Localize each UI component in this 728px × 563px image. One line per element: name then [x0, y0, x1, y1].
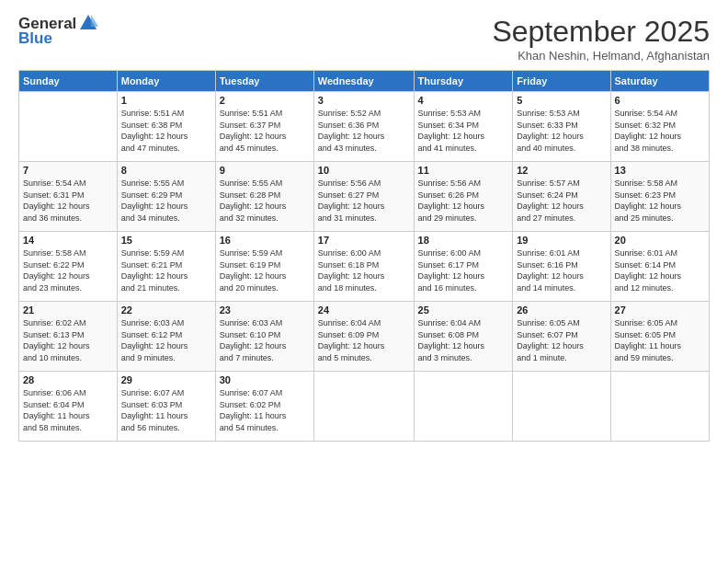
day-info: Sunrise: 5:55 AM Sunset: 6:28 PM Dayligh… [220, 178, 310, 224]
day-cell: 21Sunrise: 6:02 AM Sunset: 6:13 PM Dayli… [19, 302, 118, 372]
day-cell: 24Sunrise: 6:04 AM Sunset: 6:09 PM Dayli… [313, 302, 414, 372]
day-cell: 8Sunrise: 5:55 AM Sunset: 6:29 PM Daylig… [117, 162, 215, 232]
day-number: 21 [23, 304, 113, 316]
day-info: Sunrise: 5:58 AM Sunset: 6:22 PM Dayligh… [23, 247, 113, 293]
day-cell: 10Sunrise: 5:56 AM Sunset: 6:27 PM Dayli… [313, 162, 414, 232]
day-cell: 6Sunrise: 5:54 AM Sunset: 6:32 PM Daylig… [610, 92, 709, 162]
day-number: 24 [318, 304, 410, 316]
day-cell: 23Sunrise: 6:03 AM Sunset: 6:10 PM Dayli… [215, 302, 313, 372]
day-cell: 12Sunrise: 5:57 AM Sunset: 6:24 PM Dayli… [513, 162, 610, 232]
day-cell: 4Sunrise: 5:53 AM Sunset: 6:34 PM Daylig… [414, 92, 513, 162]
day-info: Sunrise: 6:05 AM Sunset: 6:07 PM Dayligh… [517, 317, 606, 363]
day-info: Sunrise: 5:51 AM Sunset: 6:37 PM Dayligh… [220, 108, 310, 154]
title-block: September 2025 Khan Neshin, Helmand, Afg… [492, 15, 710, 63]
day-info: Sunrise: 6:04 AM Sunset: 6:08 PM Dayligh… [418, 317, 509, 363]
day-number: 4 [418, 95, 509, 106]
location: Khan Neshin, Helmand, Afghanistan [492, 49, 710, 63]
weekday-monday: Monday [117, 71, 215, 92]
day-cell: 22Sunrise: 6:03 AM Sunset: 6:12 PM Dayli… [117, 302, 215, 372]
day-info: Sunrise: 5:53 AM Sunset: 6:34 PM Dayligh… [418, 108, 509, 154]
day-number: 28 [23, 374, 113, 385]
day-number: 23 [220, 304, 310, 316]
week-row-1: 1Sunrise: 5:51 AM Sunset: 6:38 PM Daylig… [19, 92, 710, 162]
day-number: 20 [615, 235, 705, 246]
day-info: Sunrise: 6:03 AM Sunset: 6:10 PM Dayligh… [220, 317, 310, 363]
day-cell: 30Sunrise: 6:07 AM Sunset: 6:02 PM Dayli… [215, 372, 313, 442]
day-cell: 15Sunrise: 5:59 AM Sunset: 6:21 PM Dayli… [117, 232, 215, 302]
day-number: 19 [517, 235, 606, 246]
day-number: 14 [23, 235, 113, 246]
day-cell: 1Sunrise: 5:51 AM Sunset: 6:38 PM Daylig… [117, 92, 215, 162]
logo-icon [78, 13, 98, 33]
day-cell: 14Sunrise: 5:58 AM Sunset: 6:22 PM Dayli… [19, 232, 118, 302]
day-number: 16 [220, 235, 310, 246]
day-cell [19, 92, 118, 162]
day-info: Sunrise: 6:04 AM Sunset: 6:09 PM Dayligh… [318, 317, 410, 363]
day-number: 9 [220, 165, 310, 176]
day-number: 22 [121, 304, 211, 316]
day-info: Sunrise: 6:02 AM Sunset: 6:13 PM Dayligh… [23, 317, 113, 363]
day-number: 29 [121, 374, 211, 385]
week-row-3: 14Sunrise: 5:58 AM Sunset: 6:22 PM Dayli… [19, 232, 710, 302]
month-title: September 2025 [492, 15, 710, 49]
day-cell: 19Sunrise: 6:01 AM Sunset: 6:16 PM Dayli… [513, 232, 610, 302]
day-info: Sunrise: 6:01 AM Sunset: 6:14 PM Dayligh… [615, 247, 705, 293]
day-cell: 20Sunrise: 6:01 AM Sunset: 6:14 PM Dayli… [610, 232, 709, 302]
day-info: Sunrise: 6:01 AM Sunset: 6:16 PM Dayligh… [517, 247, 606, 293]
day-info: Sunrise: 6:05 AM Sunset: 6:05 PM Dayligh… [615, 317, 705, 363]
weekday-sunday: Sunday [19, 71, 118, 92]
day-number: 15 [121, 235, 211, 246]
day-cell: 2Sunrise: 5:51 AM Sunset: 6:37 PM Daylig… [215, 92, 313, 162]
week-row-2: 7Sunrise: 5:54 AM Sunset: 6:31 PM Daylig… [19, 162, 710, 232]
day-number: 27 [615, 304, 705, 316]
day-number: 6 [615, 95, 705, 106]
day-number: 5 [517, 95, 606, 106]
calendar-body: 1Sunrise: 5:51 AM Sunset: 6:38 PM Daylig… [19, 92, 710, 442]
day-cell: 17Sunrise: 6:00 AM Sunset: 6:18 PM Dayli… [313, 232, 414, 302]
day-cell: 28Sunrise: 6:06 AM Sunset: 6:04 PM Dayli… [19, 372, 118, 442]
day-info: Sunrise: 6:00 AM Sunset: 6:18 PM Dayligh… [318, 247, 410, 293]
day-cell: 25Sunrise: 6:04 AM Sunset: 6:08 PM Dayli… [414, 302, 513, 372]
day-cell [513, 372, 610, 442]
day-cell: 5Sunrise: 5:53 AM Sunset: 6:33 PM Daylig… [513, 92, 610, 162]
day-cell: 29Sunrise: 6:07 AM Sunset: 6:03 PM Dayli… [117, 372, 215, 442]
day-info: Sunrise: 5:54 AM Sunset: 6:31 PM Dayligh… [23, 178, 113, 224]
day-info: Sunrise: 5:52 AM Sunset: 6:36 PM Dayligh… [318, 108, 410, 154]
page: General Blue September 2025 Khan Neshin,… [0, 0, 728, 563]
day-number: 17 [318, 235, 410, 246]
day-cell: 13Sunrise: 5:58 AM Sunset: 6:23 PM Dayli… [610, 162, 709, 232]
logo: General Blue [18, 15, 98, 48]
calendar-table: SundayMondayTuesdayWednesdayThursdayFrid… [18, 70, 710, 442]
day-number: 10 [318, 165, 410, 176]
day-info: Sunrise: 6:00 AM Sunset: 6:17 PM Dayligh… [418, 247, 509, 293]
day-info: Sunrise: 5:56 AM Sunset: 6:26 PM Dayligh… [418, 178, 509, 224]
day-number: 3 [318, 95, 410, 106]
day-cell [610, 372, 709, 442]
day-cell: 9Sunrise: 5:55 AM Sunset: 6:28 PM Daylig… [215, 162, 313, 232]
day-cell: 26Sunrise: 6:05 AM Sunset: 6:07 PM Dayli… [513, 302, 610, 372]
day-info: Sunrise: 5:53 AM Sunset: 6:33 PM Dayligh… [517, 108, 606, 154]
week-row-4: 21Sunrise: 6:02 AM Sunset: 6:13 PM Dayli… [19, 302, 710, 372]
day-info: Sunrise: 5:59 AM Sunset: 6:21 PM Dayligh… [121, 247, 211, 293]
day-info: Sunrise: 5:55 AM Sunset: 6:29 PM Dayligh… [121, 178, 211, 224]
day-info: Sunrise: 5:57 AM Sunset: 6:24 PM Dayligh… [517, 178, 606, 224]
header: General Blue September 2025 Khan Neshin,… [18, 15, 710, 63]
day-number: 18 [418, 235, 509, 246]
day-number: 7 [23, 165, 113, 176]
weekday-saturday: Saturday [610, 71, 709, 92]
day-number: 1 [121, 95, 211, 106]
day-number: 26 [517, 304, 606, 316]
day-number: 12 [517, 165, 606, 176]
weekday-friday: Friday [513, 71, 610, 92]
week-row-5: 28Sunrise: 6:06 AM Sunset: 6:04 PM Dayli… [19, 372, 710, 442]
day-info: Sunrise: 6:07 AM Sunset: 6:02 PM Dayligh… [220, 387, 310, 433]
day-cell: 18Sunrise: 6:00 AM Sunset: 6:17 PM Dayli… [414, 232, 513, 302]
day-info: Sunrise: 6:03 AM Sunset: 6:12 PM Dayligh… [121, 317, 211, 363]
day-number: 25 [418, 304, 509, 316]
day-info: Sunrise: 5:54 AM Sunset: 6:32 PM Dayligh… [615, 108, 705, 154]
day-number: 30 [220, 374, 310, 385]
weekday-wednesday: Wednesday [313, 71, 414, 92]
day-info: Sunrise: 5:56 AM Sunset: 6:27 PM Dayligh… [318, 178, 410, 224]
day-info: Sunrise: 6:06 AM Sunset: 6:04 PM Dayligh… [23, 387, 113, 433]
day-info: Sunrise: 5:58 AM Sunset: 6:23 PM Dayligh… [615, 178, 705, 224]
